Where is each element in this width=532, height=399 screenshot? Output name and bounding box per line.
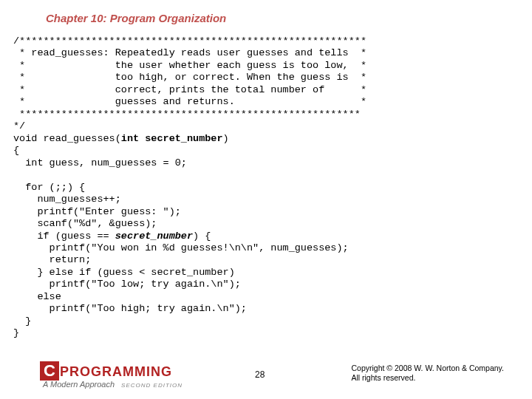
comment-l3: * too high, or correct. When the guess i… <box>13 72 366 83</box>
scanf-line: scanf("%d", &guess); <box>13 218 157 229</box>
logo-sub-text: A Modern Approach <box>43 380 115 389</box>
printf-enter: printf("Enter guess: "); <box>13 206 181 217</box>
comment-top: /***************************************… <box>13 35 366 47</box>
logo-c-badge: C <box>40 361 59 381</box>
comment-tail: */ <box>13 120 25 132</box>
if-secret-number: secret_number <box>115 231 193 242</box>
fn-sig-keyword: int <box>121 133 139 144</box>
comment-l4: * correct, prints the total number of * <box>13 84 366 95</box>
brace-open: { <box>13 145 19 156</box>
fn-sig-param: secret_number <box>145 133 222 144</box>
if-post: ) { <box>193 231 211 242</box>
else-line: else <box>13 291 61 302</box>
if-pre: if (guess == <box>13 231 115 242</box>
decl-line: int guess, num_guesses = 0; <box>13 157 187 168</box>
comment-bot: ****************************************… <box>13 109 361 120</box>
brace-close: } <box>13 327 19 338</box>
footer: C PROGRAMMING A Modern Approach SECOND E… <box>0 356 532 389</box>
for-close: } <box>13 316 31 327</box>
logo-text: PROGRAMMING <box>60 364 172 380</box>
logo-subtitle: A Modern Approach SECOND EDITION <box>43 380 210 389</box>
printf-high: printf("Too high; try again.\n"); <box>13 303 247 314</box>
book-logo: C PROGRAMMING A Modern Approach SECOND E… <box>40 361 210 389</box>
return-line: return; <box>13 254 91 265</box>
comment-l5: * guesses and returns. * <box>13 96 366 107</box>
copyright-l2: All rights reserved. <box>351 373 504 383</box>
printf-won: printf("You won in %d guesses!\n\n", num… <box>13 242 349 253</box>
comment-l2: * the user whether each guess is too low… <box>13 60 366 71</box>
logo-edition: SECOND EDITION <box>121 382 183 389</box>
logo-main: C PROGRAMMING <box>40 361 210 381</box>
code-block: /***************************************… <box>13 35 366 340</box>
inc-line: num_guesses++; <box>13 194 121 205</box>
copyright: Copyright © 2008 W. W. Norton & Company.… <box>351 364 504 383</box>
for-line: for (;;) { <box>13 182 85 193</box>
page-number: 28 <box>255 369 265 380</box>
comment-l1: * read_guesses: Repeatedly reads user gu… <box>13 47 366 58</box>
fn-sig-pre: void read_guesses( <box>13 133 121 144</box>
fn-sig-post: ) <box>223 133 229 144</box>
copyright-l1: Copyright © 2008 W. W. Norton & Company. <box>351 364 504 373</box>
elseif-line: } else if (guess < secret_number) <box>13 267 235 278</box>
chapter-title: Chapter 10: Program Organization <box>46 12 226 24</box>
printf-low: printf("Too low; try again.\n"); <box>13 279 241 290</box>
